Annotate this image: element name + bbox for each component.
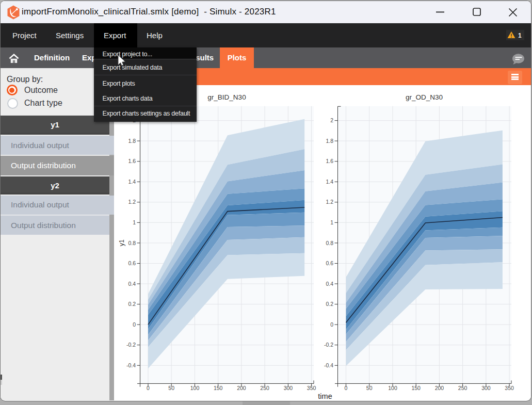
- svg-text:0.6: 0.6: [128, 260, 136, 266]
- svg-text:0.8: 0.8: [128, 239, 136, 246]
- svg-text:-0.4: -0.4: [126, 362, 136, 368]
- svg-text:1.2: 1.2: [326, 199, 333, 205]
- svg-text:0.4: 0.4: [128, 280, 136, 286]
- svg-text:2: 2: [330, 117, 333, 123]
- svg-text:350: 350: [505, 385, 514, 391]
- svg-text:250: 250: [458, 385, 467, 391]
- svg-text:100: 100: [190, 385, 200, 391]
- svg-text:200: 200: [237, 385, 246, 391]
- svg-text:0: 0: [345, 385, 348, 391]
- svg-text:y1: y1: [118, 239, 125, 246]
- svg-text:1.6: 1.6: [128, 158, 136, 164]
- svg-text:1: 1: [133, 219, 136, 225]
- svg-text:1: 1: [330, 219, 333, 225]
- svg-text:0.8: 0.8: [326, 239, 333, 246]
- svg-text:50: 50: [366, 385, 373, 391]
- svg-text:0.6: 0.6: [326, 260, 333, 266]
- svg-text:gr_BID_N30: gr_BID_N30: [207, 93, 246, 101]
- svg-text:1.2: 1.2: [128, 199, 136, 205]
- svg-text:1: 1: [518, 32, 522, 39]
- svg-text:0: 0: [133, 321, 136, 327]
- svg-text:200: 200: [435, 385, 444, 391]
- svg-text:-0.2: -0.2: [126, 342, 136, 348]
- svg-text:250: 250: [260, 385, 269, 391]
- svg-text:gr_OD_N30: gr_OD_N30: [406, 93, 443, 101]
- svg-text:-0.2: -0.2: [324, 342, 333, 348]
- svg-text:1.6: 1.6: [326, 158, 333, 164]
- svg-text:300: 300: [481, 385, 491, 391]
- svg-text:1.4: 1.4: [128, 178, 136, 184]
- svg-text:0.2: 0.2: [128, 301, 136, 307]
- svg-text:-0.4: -0.4: [324, 362, 333, 368]
- svg-text:0.2: 0.2: [326, 301, 333, 307]
- svg-text:0: 0: [330, 321, 333, 327]
- svg-text:1.8: 1.8: [128, 137, 136, 143]
- svg-text:1.8: 1.8: [326, 137, 333, 143]
- svg-text:50: 50: [168, 385, 174, 391]
- svg-text:1.4: 1.4: [326, 178, 333, 184]
- svg-text:100: 100: [388, 385, 397, 391]
- svg-text:0.4: 0.4: [326, 280, 333, 286]
- svg-text:350: 350: [307, 385, 316, 391]
- svg-text:150: 150: [214, 385, 223, 391]
- svg-text:time: time: [318, 392, 332, 400]
- svg-text:150: 150: [411, 385, 421, 391]
- svg-text:0: 0: [147, 385, 150, 391]
- svg-text:300: 300: [284, 385, 293, 391]
